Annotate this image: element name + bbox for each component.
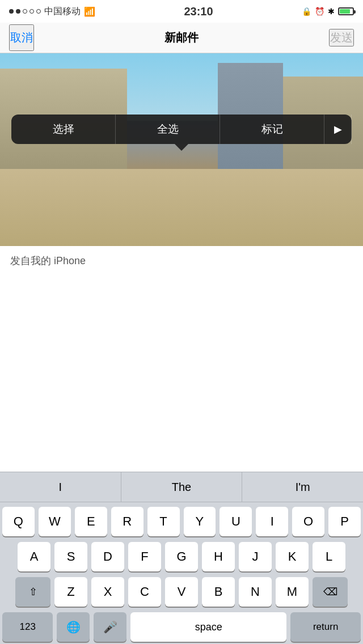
- signal-dots: [9, 9, 41, 14]
- battery-fill: [340, 9, 350, 14]
- status-bar: 中国移动 📶 23:10 🔒 ⏰ ✱: [0, 0, 363, 23]
- email-signature: 发自我的 iPhone: [10, 255, 86, 266]
- keyboard: Q W E R T Y U I O P A S D F G H J K L ⇧ …: [0, 502, 363, 644]
- mark-button[interactable]: 标记: [220, 115, 324, 144]
- dot2: [16, 9, 20, 14]
- key-a[interactable]: A: [18, 542, 50, 571]
- key-b[interactable]: B: [202, 577, 235, 607]
- dot3: [23, 9, 27, 14]
- nav-bar: 取消 新邮件 发送: [0, 23, 363, 53]
- wifi-icon: 📶: [84, 6, 95, 17]
- suggestions-bar: I The I'm: [0, 472, 363, 502]
- suggestion-im[interactable]: I'm: [242, 472, 363, 502]
- alarm-icon: ⏰: [315, 7, 324, 16]
- key-l[interactable]: L: [313, 542, 345, 571]
- keyboard-row-2: A S D F G H J K L: [2, 542, 361, 571]
- shift-key[interactable]: ⇧: [15, 577, 50, 607]
- dot1: [9, 9, 14, 14]
- mic-key[interactable]: 🎤: [94, 612, 126, 642]
- key-h[interactable]: H: [202, 542, 235, 571]
- status-right: 🔒 ⏰ ✱: [302, 7, 354, 16]
- key-g[interactable]: G: [165, 542, 198, 571]
- key-j[interactable]: J: [239, 542, 272, 571]
- dot5: [36, 9, 41, 14]
- key-f[interactable]: F: [128, 542, 161, 571]
- key-r[interactable]: R: [111, 507, 143, 536]
- status-time: 23:10: [184, 5, 213, 18]
- send-button[interactable]: 发送: [329, 29, 354, 46]
- globe-key[interactable]: 🌐: [57, 612, 90, 642]
- key-m[interactable]: M: [276, 577, 309, 607]
- keyboard-row-1: Q W E R T Y U I O P: [2, 507, 361, 536]
- keyboard-row-3: ⇧ Z X C V B N M ⌫: [2, 577, 361, 607]
- dot4: [29, 9, 34, 14]
- keyboard-area: I The I'm Q W E R T Y U I O P A S D F: [0, 472, 363, 644]
- return-key[interactable]: return: [290, 612, 361, 642]
- key-s[interactable]: S: [54, 542, 87, 571]
- status-left: 中国移动 📶: [9, 6, 95, 18]
- key-v[interactable]: V: [165, 577, 198, 607]
- nav-title: 新邮件: [164, 30, 199, 45]
- key-z[interactable]: Z: [54, 577, 87, 607]
- space-key[interactable]: space: [130, 612, 286, 642]
- carrier-label: 中国移动: [44, 6, 81, 18]
- num-switch-key[interactable]: 123: [2, 612, 53, 642]
- keyboard-row-4: 123 🌐 🎤 space return: [2, 612, 361, 642]
- key-k[interactable]: K: [276, 542, 309, 571]
- battery-indicator: [338, 7, 354, 15]
- suggestion-the[interactable]: The: [121, 472, 243, 502]
- key-x[interactable]: X: [91, 577, 124, 607]
- key-n[interactable]: N: [239, 577, 272, 607]
- key-o[interactable]: O: [292, 507, 324, 536]
- lock-icon: 🔒: [302, 7, 311, 16]
- key-q[interactable]: Q: [2, 507, 35, 536]
- key-y[interactable]: Y: [184, 507, 216, 536]
- delete-key[interactable]: ⌫: [313, 577, 348, 607]
- cancel-button[interactable]: 取消: [9, 24, 34, 51]
- key-t[interactable]: T: [147, 507, 180, 536]
- ground: [0, 169, 363, 246]
- key-u[interactable]: U: [220, 507, 252, 536]
- email-body[interactable]: 发自我的 iPhone: [0, 246, 363, 280]
- key-e[interactable]: E: [75, 507, 107, 536]
- context-menu: 选择 全选 标记 ▶: [11, 115, 352, 144]
- select-button[interactable]: 选择: [11, 115, 116, 144]
- suggestion-i[interactable]: I: [0, 472, 121, 502]
- key-p[interactable]: P: [328, 507, 361, 536]
- key-i[interactable]: I: [256, 507, 288, 536]
- key-c[interactable]: C: [128, 577, 161, 607]
- image-area: 选择 全选 标记 ▶: [0, 53, 363, 246]
- key-w[interactable]: W: [39, 507, 71, 536]
- key-d[interactable]: D: [91, 542, 124, 571]
- more-button[interactable]: ▶: [324, 115, 352, 144]
- bluetooth-icon: ✱: [328, 7, 335, 16]
- select-all-button[interactable]: 全选: [116, 115, 220, 144]
- context-arrow: [175, 144, 188, 151]
